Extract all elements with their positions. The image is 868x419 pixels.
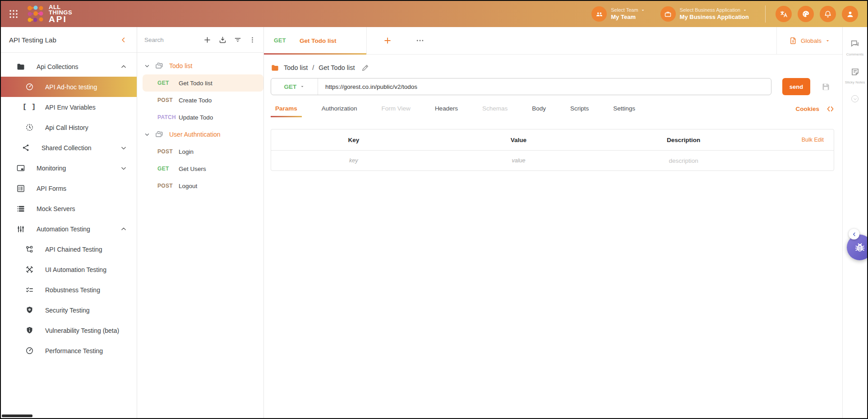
add-collection-button[interactable]	[203, 36, 212, 44]
rail-expand-chevron-icon[interactable]	[851, 95, 859, 102]
chevron-down-icon	[743, 8, 747, 13]
sidebar-item-api-chained-testing[interactable]: API Chained Testing	[1, 239, 137, 259]
sidebar-item-performance-testing[interactable]: Performance Testing	[1, 341, 137, 361]
subtab-headers[interactable]: Headers	[430, 105, 462, 117]
comments-button[interactable]: Comments	[846, 39, 864, 56]
sidebar-item-ui-automation-testing[interactable]: UI Automation Testing	[1, 259, 137, 280]
chevron-down-icon	[641, 8, 645, 13]
save-icon[interactable]	[821, 82, 831, 92]
method-dropdown[interactable]: GET	[271, 78, 318, 95]
logo-text: ALL THINGS API	[49, 5, 72, 24]
sidebar-item-mock-servers[interactable]: Mock Servers	[1, 198, 137, 219]
url-box: GET	[271, 78, 771, 95]
param-key-input[interactable]	[271, 157, 436, 164]
new-tab-button[interactable]	[383, 36, 392, 45]
column-header-value: Value	[436, 137, 601, 143]
method-label: GET	[284, 83, 297, 90]
history-clock-icon	[24, 123, 34, 132]
sidebar-nav: Api Collections API Ad-hoc testing [ ] A…	[1, 53, 137, 361]
tree-request-create-todo[interactable]: POST Create Todo	[137, 92, 263, 109]
sidebar-item-api-collections[interactable]: Api Collections	[1, 56, 137, 77]
team-selector-label: Select Team	[611, 7, 638, 14]
sidebar-item-security-testing[interactable]: Security Testing	[1, 300, 137, 320]
business-app-selector-label: Select Business Application	[680, 7, 741, 14]
subtab-body[interactable]: Body	[527, 105, 550, 117]
subtab-authorization[interactable]: Authorization	[317, 105, 362, 117]
url-input[interactable]	[318, 83, 771, 90]
tree-folder-todo-list[interactable]: Todo list	[137, 57, 263, 74]
sidebar-item-api-forms[interactable]: API Forms	[1, 178, 137, 198]
speedometer-icon	[24, 83, 34, 91]
sidebar-item-api-env-variables[interactable]: [ ] API Env Variables	[1, 97, 137, 117]
tree-request-logout[interactable]: POST Logout	[137, 177, 263, 194]
import-button[interactable]	[218, 36, 227, 44]
filter-icon[interactable]	[234, 36, 242, 44]
app-window: ALL THINGS API Select Team My Team	[0, 0, 868, 419]
monitor-icon	[16, 164, 26, 173]
workspace-title: API Testing Lab	[9, 36, 56, 44]
sidebar-item-api-adhoc-testing[interactable]: API Ad-hoc testing	[1, 77, 137, 97]
param-description-input[interactable]	[601, 157, 766, 164]
business-app-selector[interactable]: Select Business Application My Business …	[660, 6, 749, 22]
servers-icon	[16, 204, 26, 213]
profile-avatar-button[interactable]	[842, 6, 858, 22]
chevron-down-icon	[825, 38, 830, 43]
brackets-icon: [ ]	[24, 103, 34, 111]
apps-grid-icon[interactable]	[7, 8, 20, 20]
code-snippet-icon[interactable]	[826, 105, 834, 117]
theme-palette-button[interactable]	[798, 6, 814, 22]
team-selector[interactable]: Select Team My Team	[591, 6, 645, 22]
folders-icon	[155, 130, 164, 139]
breadcrumb-item: Get Todo list	[319, 64, 355, 71]
chevron-down-icon	[144, 63, 150, 69]
rename-pencil-icon[interactable]	[361, 64, 369, 72]
subtab-scripts[interactable]: Scripts	[566, 105, 593, 117]
sticky-note-icon	[850, 67, 860, 77]
cookies-link[interactable]: Cookies	[795, 106, 819, 117]
tree-request-get-users[interactable]: GET Get Users	[137, 160, 263, 177]
translate-button[interactable]	[776, 6, 792, 22]
notifications-bell-button[interactable]	[820, 6, 836, 22]
param-value-input[interactable]	[436, 157, 601, 164]
subtab-settings[interactable]: Settings	[609, 105, 640, 117]
search-input[interactable]	[144, 37, 196, 43]
breadcrumb: Todo list / Get Todo list	[271, 61, 834, 74]
form-list-icon	[16, 184, 26, 193]
column-header-description: Description	[601, 137, 766, 143]
business-app-selector-value: My Business Application	[680, 14, 749, 21]
chevron-down-icon	[144, 132, 150, 137]
chevron-down-icon	[300, 84, 305, 89]
sticky-notes-button[interactable]: Sticky Notes	[845, 67, 865, 84]
params-table-row	[271, 151, 834, 170]
sidebar-item-robustness-testing[interactable]: Robustness Testing	[1, 280, 137, 300]
subtab-params[interactable]: Params	[271, 105, 302, 117]
sidebar-item-vulnerability-testing[interactable]: Vulnerability Testing (beta)	[1, 320, 137, 341]
sidebar-item-api-call-history[interactable]: Api Call History	[1, 117, 137, 138]
send-button[interactable]: send	[782, 78, 810, 95]
tree-request-login[interactable]: POST Login	[137, 143, 263, 160]
horizontal-scrollbar-thumb[interactable]	[2, 414, 32, 417]
method-badge: PATCH	[157, 114, 179, 120]
logo-mark-icon	[26, 5, 45, 23]
sidebar-item-monitoring[interactable]: Monitoring	[1, 158, 137, 178]
kebab-menu-icon[interactable]	[249, 36, 256, 44]
sidebar-collapse-button[interactable]	[120, 37, 127, 43]
tab-get-todo-list[interactable]: GET Get Todo list	[264, 27, 367, 54]
tree-folder-user-authentication[interactable]: User Authntication	[137, 126, 263, 143]
tree-request-update-todo[interactable]: PATCH Update Todo	[137, 109, 263, 126]
sidebar-item-shared-collection[interactable]: Shared Collection	[1, 138, 137, 158]
tree-request-get-todo-list[interactable]: GET Get Todo list	[143, 74, 263, 92]
team-icon	[591, 6, 607, 22]
panel-collapse-chevron-button[interactable]	[849, 229, 859, 239]
sidebar-item-automation-testing[interactable]: Automation Testing	[1, 219, 137, 239]
request-tabbar: GET Get Todo list Globals	[264, 27, 842, 55]
tab-options-ellipsis-icon[interactable]	[416, 36, 425, 45]
left-sidebar: API Testing Lab Api Collections API Ad-h…	[1, 27, 137, 418]
active-tab-underline	[264, 53, 366, 55]
globals-selector[interactable]: Globals	[776, 27, 842, 54]
bulk-edit-link[interactable]: Bulk Edit	[766, 137, 834, 143]
breadcrumb-folder[interactable]: Todo list	[284, 64, 308, 71]
folder-icon	[271, 64, 279, 72]
app-logo[interactable]: ALL THINGS API	[26, 5, 72, 24]
chain-nodes-icon	[24, 245, 34, 253]
